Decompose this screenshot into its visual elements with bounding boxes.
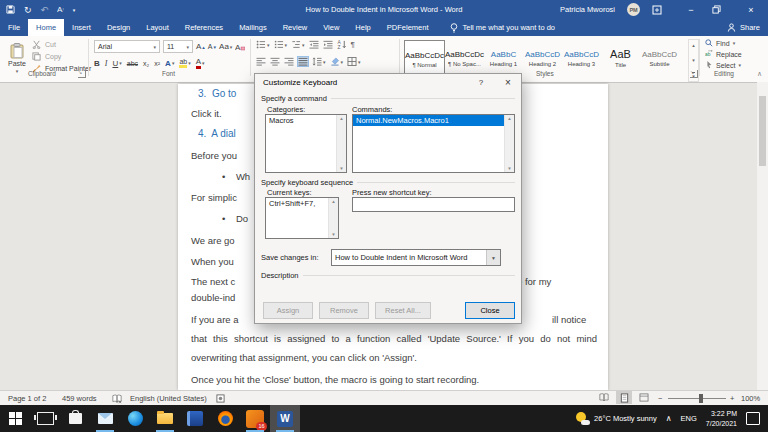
close-button[interactable]: × — [742, 5, 760, 15]
tab-pdfelement[interactable]: PDFelement — [379, 19, 437, 36]
current-keys-listbox[interactable]: Ctrl+Shift+F7, ▲▼ — [265, 197, 339, 239]
select-button[interactable]: Select▾ — [705, 61, 742, 69]
current-keys-scrollbar[interactable]: ▲▼ — [328, 198, 338, 238]
store-button[interactable] — [60, 405, 90, 432]
zoom-slider[interactable] — [668, 398, 726, 399]
cut-button[interactable]: Cut — [32, 40, 91, 49]
zoom-out-button[interactable]: − — [658, 391, 662, 406]
font-color-button[interactable]: A▾ — [196, 57, 205, 69]
categories-scrollbar[interactable]: ▲▼ — [336, 115, 346, 172]
new-shortcut-key-input[interactable] — [352, 197, 515, 212]
replace-button[interactable]: ab Replace — [705, 50, 742, 58]
dialog-help-button[interactable]: ? — [469, 74, 493, 91]
subscript-button[interactable]: x₂ — [143, 60, 149, 67]
word-taskbar-button[interactable]: W — [270, 405, 300, 432]
vertical-scrollbar[interactable] — [757, 82, 768, 390]
user-name[interactable]: Patricia Mworosi — [560, 5, 615, 14]
dialog-close-icon[interactable]: × — [495, 74, 521, 91]
word-count[interactable]: 459 words — [62, 391, 97, 406]
collapse-ribbon-icon[interactable]: ∧ — [757, 70, 762, 78]
justify-button[interactable] — [298, 57, 308, 66]
superscript-button[interactable]: x² — [154, 60, 160, 67]
tab-review[interactable]: Review — [275, 19, 316, 36]
multilevel-list-button[interactable]: ▾ — [291, 40, 305, 49]
tell-me-box[interactable]: Tell me what you want to do — [450, 19, 555, 36]
page-indicator[interactable]: Page 1 of 2 — [8, 391, 46, 406]
increase-indent-button[interactable] — [323, 40, 333, 49]
text-effects-button[interactable]: A▾ — [165, 59, 174, 68]
reset-all-button[interactable]: Reset All... — [375, 302, 431, 319]
style-title[interactable]: AaB Title — [601, 40, 640, 76]
font-family-combo[interactable]: Arial▾ — [94, 40, 160, 53]
categories-listbox[interactable]: Macros ▲▼ — [265, 114, 347, 173]
zoom-slider-handle[interactable] — [699, 394, 703, 403]
tab-help[interactable]: Help — [347, 19, 378, 36]
macro-recording-icon[interactable] — [216, 391, 225, 406]
avatar[interactable]: PM — [627, 3, 640, 16]
style-heading-1[interactable]: AaBbC Heading 1 — [484, 40, 523, 76]
style-no-spacing[interactable]: AaBbCcDc ¶ No Spac... — [445, 40, 484, 76]
save-changes-in-dropdown[interactable]: How to Double Indent in Microsoft Word ▼ — [331, 249, 501, 266]
tab-insert[interactable]: Insert — [64, 19, 99, 36]
style-heading-3[interactable]: AaBbCcD Heading 3 — [562, 40, 601, 76]
remove-button[interactable]: Remove — [319, 302, 369, 319]
scrollbar-thumb[interactable] — [759, 96, 766, 166]
shrink-font-button[interactable]: A▾ — [208, 43, 216, 50]
restore-button[interactable] — [712, 5, 730, 14]
show-hidden-icons-chevron[interactable]: ∧ — [666, 414, 672, 423]
italic-button[interactable]: I — [105, 59, 108, 68]
read-mode-icon[interactable] — [596, 391, 612, 404]
tab-file[interactable]: File — [0, 19, 28, 36]
share-button[interactable]: Share — [727, 19, 760, 36]
input-language-indicator[interactable]: ENG — [681, 414, 697, 423]
edge-button[interactable] — [120, 405, 150, 432]
weather-widget[interactable]: 26°C Mostly sunny — [576, 412, 657, 425]
zoom-in-button[interactable]: + — [730, 391, 734, 406]
shading-button[interactable]: ▾ — [330, 57, 344, 66]
show-hide-pilcrow-button[interactable]: ¶ — [351, 40, 355, 49]
minimize-button[interactable]: − — [682, 5, 700, 15]
tab-layout[interactable]: Layout — [138, 19, 177, 36]
change-case-button[interactable]: Aa▾ — [219, 42, 232, 51]
font-size-combo[interactable]: 11▾ — [163, 40, 193, 53]
clock[interactable]: 3:22 PM 7/20/2021 — [706, 409, 737, 428]
gallery-up-icon[interactable]: ▴ — [692, 42, 695, 48]
action-center-icon[interactable] — [746, 412, 760, 425]
tab-mailings[interactable]: Mailings — [231, 19, 275, 36]
tab-view[interactable]: View — [315, 19, 347, 36]
align-center-button[interactable] — [270, 57, 280, 66]
mail-button[interactable] — [90, 405, 120, 432]
highlight-color-button[interactable]: ab▾ — [179, 58, 190, 68]
paste-button[interactable]: Paste ▾ — [4, 38, 30, 78]
clipboard-dialog-launcher-icon[interactable]: ↘ — [78, 70, 86, 78]
bold-button[interactable]: B — [94, 59, 100, 68]
align-left-button[interactable] — [256, 57, 266, 66]
underline-button[interactable]: U▾ — [112, 59, 121, 68]
assign-button[interactable]: Assign — [263, 302, 313, 319]
numbering-button[interactable]: ▾ — [274, 40, 288, 49]
borders-button[interactable]: ▾ — [347, 57, 361, 66]
decrease-indent-button[interactable] — [309, 40, 319, 49]
print-layout-icon[interactable] — [616, 391, 632, 404]
sort-button[interactable]: AZ — [337, 40, 347, 49]
commands-listbox[interactable]: Normal.NewMacros.Macro1 ▲▼ — [352, 114, 515, 173]
zoom-level[interactable]: 100% — [741, 391, 760, 406]
browser-button[interactable] — [210, 405, 240, 432]
copy-button[interactable]: Copy — [32, 52, 91, 61]
task-view-button[interactable] — [30, 405, 60, 432]
strikethrough-button[interactable]: abc — [127, 60, 138, 67]
commands-scrollbar[interactable]: ▲▼ — [504, 115, 514, 172]
tab-references[interactable]: References — [177, 19, 231, 36]
pdf-app-button[interactable]: 16 — [240, 405, 270, 432]
proofing-icon[interactable] — [112, 391, 122, 406]
language-indicator[interactable]: English (United States) — [130, 391, 207, 406]
category-item[interactable]: Macros — [266, 115, 346, 126]
blue-app-button[interactable] — [180, 405, 210, 432]
align-right-button[interactable] — [284, 57, 294, 66]
command-item-selected[interactable]: Normal.NewMacros.Macro1 — [353, 115, 514, 126]
ribbon-display-options-icon[interactable] — [652, 5, 670, 15]
styles-dialog-launcher-icon[interactable]: ↘ — [690, 70, 698, 78]
line-spacing-button[interactable]: ▾ — [312, 57, 326, 66]
grow-font-button[interactable]: A▴ — [196, 42, 205, 51]
file-explorer-button[interactable] — [150, 405, 180, 432]
